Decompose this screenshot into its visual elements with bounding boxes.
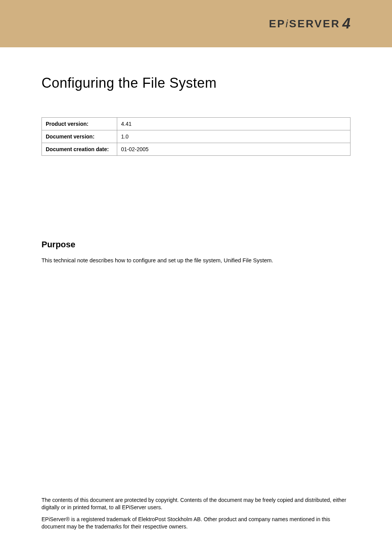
logo-prefix: EP	[269, 18, 286, 30]
header-band: EPiSERVER 4	[0, 0, 392, 47]
table-row: Product version: 4.41	[42, 118, 350, 130]
logo-text: EPiSERVER	[269, 18, 340, 30]
footer-copyright: The contents of this document are protec…	[42, 497, 350, 511]
logo-suffix: SERVER	[289, 18, 340, 30]
info-table: Product version: 4.41 Document version: …	[42, 117, 350, 156]
table-row: Document creation date: 01-02-2005	[42, 143, 350, 156]
content-area: Configuring the File System Product vers…	[0, 75, 392, 264]
info-label: Document version:	[42, 130, 117, 143]
footer-trademark: EPiServer® is a registered trademark of …	[42, 516, 350, 530]
info-value: 4.41	[117, 118, 350, 130]
table-row: Document version: 1.0	[42, 130, 350, 143]
logo-mid: i	[286, 18, 289, 30]
info-label: Product version:	[42, 118, 117, 130]
logo-number: 4	[342, 15, 350, 32]
episerver-logo: EPiSERVER 4	[269, 15, 350, 32]
footer: The contents of this document are protec…	[42, 497, 350, 535]
purpose-heading: Purpose	[42, 240, 350, 250]
purpose-text: This technical note describes how to con…	[42, 257, 350, 264]
info-label: Document creation date:	[42, 143, 117, 156]
info-value: 1.0	[117, 130, 350, 143]
document-title: Configuring the File System	[42, 75, 350, 91]
info-value: 01-02-2005	[117, 143, 350, 156]
